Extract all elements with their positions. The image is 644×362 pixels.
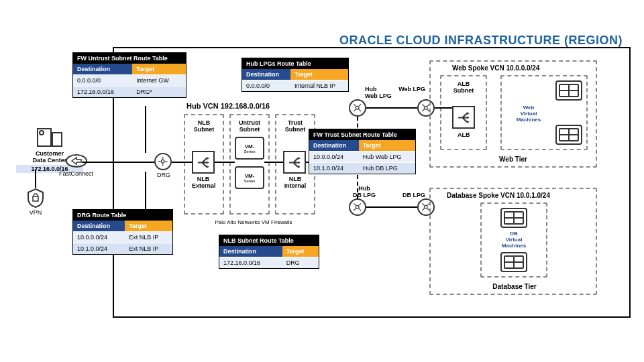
svg-point-26 [425, 107, 428, 110]
vpn-block: VPN [27, 188, 44, 216]
svg-point-3 [66, 155, 87, 167]
svg-marker-12 [206, 165, 209, 168]
vm-series-icon-1: VM-Series [235, 137, 264, 160]
db-tier-caption: Database Tier [478, 283, 551, 290]
svg-point-5 [162, 160, 165, 164]
svg-marker-14 [297, 161, 300, 164]
drg-icon [154, 153, 172, 170]
svg-line-29 [423, 109, 425, 111]
drg-route-table: DRG Route TableDestinationTarget10.0.0.0… [72, 209, 173, 255]
svg-marker-11 [206, 161, 209, 164]
svg-point-2 [40, 131, 44, 135]
alb-icon [452, 106, 475, 129]
db-lpg-label: DB LPG [398, 192, 425, 198]
hub-db-lpg-icon [349, 198, 366, 216]
web-lpg-label: Web LPG [392, 86, 425, 93]
svg-line-23 [359, 204, 361, 206]
svg-line-22 [354, 204, 356, 206]
nlb-internal-label: NLB Internal [280, 176, 310, 189]
svg-line-24 [354, 208, 356, 210]
web-vm-icon-1 [555, 80, 582, 101]
web-vm-icon-2 [555, 125, 582, 145]
palo-alto-caption: Palo Alto Networks VM Firewalls [192, 219, 315, 225]
vm-series-text-1: VM- [245, 143, 255, 149]
web-vm-label: Web Virtual Machines [510, 105, 547, 123]
svg-point-16 [356, 107, 360, 110]
hub-db-lpg-label: Hub DB LPG [347, 185, 381, 198]
fastconnect-icon [65, 153, 88, 169]
svg-line-19 [354, 109, 356, 111]
svg-marker-10 [206, 157, 209, 160]
nlb-subnet-label: NLB Subnet [191, 119, 217, 133]
alb-label: ALB [458, 131, 470, 138]
line-drg-table [145, 172, 146, 209]
db-vm-icon-1 [500, 208, 527, 228]
svg-rect-4 [33, 196, 38, 201]
line-onprem-drg [82, 162, 154, 163]
hub-lpgs-route-table: Hub LPGs Route TableDestinationTarget0.0… [241, 58, 349, 92]
line-hubweblpg-weblpg [366, 107, 417, 109]
datacenter-icon [36, 127, 63, 147]
svg-marker-37 [466, 116, 469, 119]
nlb-external-label: NLB External [192, 176, 215, 189]
onprem-divider [35, 169, 36, 188]
svg-point-31 [425, 206, 428, 209]
vm-series-text-2: VM- [245, 173, 255, 179]
web-spoke-title: Web Spoke VCN 10.0.0.0/24 [452, 64, 539, 72]
svg-marker-38 [466, 120, 469, 123]
svg-line-32 [423, 204, 425, 206]
region-title: ORACLE CLOUD INFRASTRUCTURE (REGION) [339, 34, 623, 48]
line-drg-nlbext [172, 162, 192, 163]
line-vm-nlbint [264, 162, 283, 163]
vm-series-icon-2: VM-Series [235, 166, 264, 189]
untrust-subnet-label: Untrust Subnet [235, 119, 264, 133]
web-tier-caption: Web Tier [490, 156, 537, 163]
nlb-internal-icon [283, 151, 306, 174]
svg-line-25 [359, 208, 361, 210]
svg-rect-1 [52, 133, 62, 146]
line-untrust-drg [145, 106, 146, 153]
db-vm-label: DB Virtual Machines [498, 231, 530, 249]
line-nlbext-vm [215, 162, 235, 163]
hub-vcn-label: Hub VCN 192.168.0.0/16 [186, 102, 270, 110]
vm-series-sub-2: Series [244, 179, 255, 183]
svg-line-20 [359, 109, 361, 111]
nlb-external-icon [192, 151, 215, 174]
vpn-lock-icon [27, 188, 44, 208]
svg-line-17 [354, 105, 356, 107]
svg-line-34 [423, 208, 425, 210]
db-vm-icon-2 [500, 252, 527, 272]
hub-web-lpg-icon [349, 99, 366, 117]
svg-marker-15 [297, 165, 300, 168]
line-hubdblpg-dblpg [366, 206, 417, 208]
fw-trust-route-table: FW Trust Subnet Route TableDestinationTa… [309, 129, 416, 174]
trust-subnet-label: Trust Subnet [283, 119, 307, 133]
vpn-label: VPN [27, 209, 44, 216]
svg-marker-36 [466, 112, 469, 115]
nlb-subnet-route-table: NLB Subnet Route TableDestinationTarget1… [219, 235, 319, 269]
drg-label: DRG [157, 172, 170, 178]
vm-series-sub-1: Series [244, 149, 255, 154]
svg-line-18 [359, 105, 361, 107]
svg-point-21 [356, 206, 360, 209]
fastconnect-block: FastConnect [59, 153, 93, 177]
fastconnect-label: FastConnect [59, 170, 93, 177]
svg-marker-13 [297, 157, 300, 160]
alb-subnet-label: ALB Subnet [449, 80, 478, 94]
svg-line-27 [423, 105, 425, 107]
line-weblpg-alb [435, 107, 452, 109]
db-spoke-title: Database Spoke VCN 10.0.1.0/24 [447, 192, 550, 199]
fw-untrust-route-table: FW Untrust Subnet Route TableDestination… [72, 52, 186, 98]
